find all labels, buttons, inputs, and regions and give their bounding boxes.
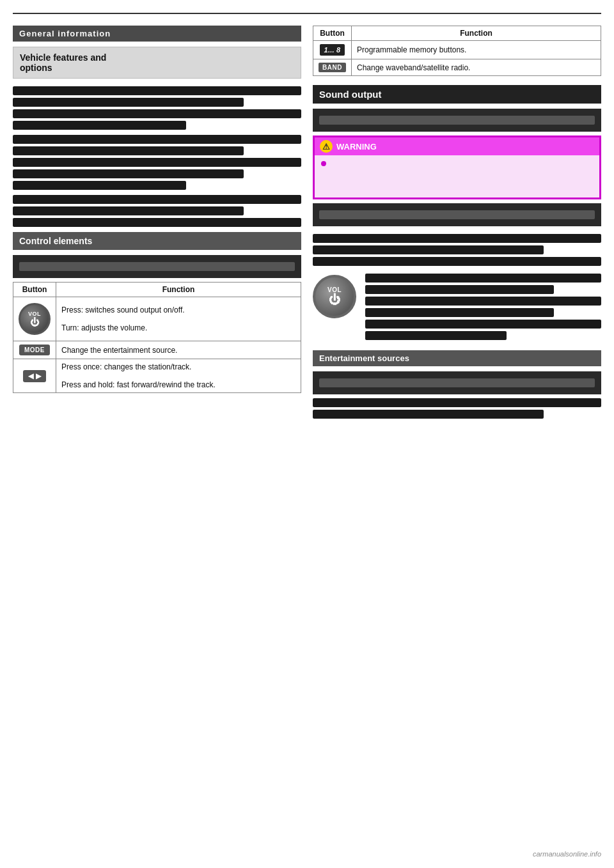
page-container: General information Vehicle features and… (0, 0, 614, 868)
function-cell-skip: Press once: changes the station/track. P… (56, 359, 301, 393)
table-header-button-right: Button (313, 26, 352, 41)
warning-bullet-item (321, 159, 593, 190)
redacted-bar (319, 378, 595, 387)
redacted-bar (13, 146, 244, 155)
function-cell-1-8: Programmable memory buttons. (352, 41, 601, 59)
general-info-header: General information (13, 26, 301, 42)
power-icon: ⏻ (30, 317, 39, 327)
redacted-bar (13, 86, 301, 95)
redacted-bar (365, 331, 507, 340)
table-header-function: Function (56, 283, 301, 297)
left-column: General information Vehicle features and… (13, 26, 301, 399)
func-text-band: Change waveband/satellite radio. (357, 63, 470, 72)
func-text-mode: Change the entertainment source. (61, 346, 177, 355)
vol-large-label: VOL (327, 286, 342, 293)
button-cell-1-8: 1... 8 (313, 41, 352, 59)
button-cell-skip: ◀ ▶ (13, 359, 56, 393)
redacted-bar (319, 210, 595, 219)
func-text-1-8: Programmable memory buttons. (357, 45, 466, 54)
warning-triangle-icon: ⚠ (320, 140, 333, 153)
redacted-bar (13, 135, 301, 144)
control-elements-header: Control elements (13, 232, 301, 250)
redacted-bar (13, 98, 244, 107)
redacted-bar (313, 234, 601, 243)
vol-description (365, 271, 601, 343)
right-button-table: Button Function 1... 8 Programmable memo… (313, 26, 601, 76)
band-button-image: BAND (319, 63, 346, 72)
redacted-bar (365, 320, 601, 329)
warning-header: ⚠ WARNING (315, 137, 599, 155)
button-cell-mode: MODE (13, 341, 56, 359)
func-text-skip-hold: Press and hold: fast forward/rewind the … (61, 380, 295, 389)
mode-button-image: MODE (19, 345, 50, 355)
redacted-bar (313, 398, 601, 407)
redacted-bar (13, 169, 244, 178)
redacted-bar (13, 206, 244, 215)
right-info-block-entertainment (313, 398, 601, 419)
bullet-dot (321, 161, 326, 166)
sound-output-header: Sound output (313, 85, 601, 104)
func-text-vol: Press: switches sound output on/off. (61, 306, 295, 314)
redacted-bar (319, 116, 595, 125)
skip-button-image: ◀ ▶ (23, 370, 45, 382)
function-cell-vol: Press: switches sound output on/off. Tur… (56, 297, 301, 341)
redacted-bar (313, 245, 544, 254)
func-text-vol-turn: Turn: adjusts the volume. (61, 323, 295, 332)
func-text-skip-once: Press once: changes the station/track. (61, 362, 295, 371)
redacted-bar (19, 262, 295, 271)
left-info-block-1 (13, 86, 301, 130)
redacted-bar (313, 410, 544, 419)
table-header-function-right: Function (352, 26, 601, 41)
table-row: ◀ ▶ Press once: changes the station/trac… (13, 359, 301, 393)
redacted-bar (365, 274, 601, 283)
table-row: MODE Change the entertainment source. (13, 341, 301, 359)
redacted-bar (365, 285, 554, 294)
function-cell-band: Change waveband/satellite radio. (352, 59, 601, 76)
redacted-bar (13, 121, 186, 130)
warning-label: WARNING (336, 142, 377, 151)
vol-label: VOL (28, 311, 41, 317)
redacted-bar (13, 218, 301, 227)
table-header-button: Button (13, 283, 56, 297)
redacted-bar (313, 257, 601, 266)
control-elements-table: Button Function VOL ⏻ (13, 282, 301, 393)
top-divider (13, 13, 601, 14)
sound-info-bar-2 (313, 203, 601, 226)
warning-box: ⚠ WARNING (313, 136, 601, 199)
main-layout: General information Vehicle features and… (13, 26, 601, 424)
vehicle-features-box: Vehicle features and options (13, 47, 301, 79)
entertainment-sources-header: Entertainment sources (313, 350, 601, 366)
right-column: Button Function 1... 8 Programmable memo… (313, 26, 601, 424)
vol-button-image: VOL ⏻ (19, 303, 51, 335)
redacted-bar (13, 195, 301, 204)
redacted-bar (13, 109, 301, 118)
redacted-bar (13, 158, 301, 167)
control-info-bar (13, 255, 301, 278)
vol-large-button-image: VOL ⏻ (313, 275, 356, 318)
button-cell-vol: VOL ⏻ (13, 297, 56, 341)
watermark: carmanualsonline.info (533, 850, 601, 858)
table-row: 1... 8 Programmable memory buttons. (313, 41, 601, 59)
vol-large-section: VOL ⏻ (313, 271, 601, 343)
left-info-block-2 (13, 135, 301, 190)
redacted-bar (365, 297, 601, 306)
right-info-block-1 (313, 234, 601, 266)
left-info-block-3 (13, 195, 301, 227)
redacted-bar (13, 181, 186, 190)
redacted-bar (365, 308, 554, 317)
button-cell-band: BAND (313, 59, 352, 76)
entertainment-info-bar (313, 371, 601, 394)
power-large-icon: ⏻ (329, 293, 340, 307)
sound-info-bar (313, 109, 601, 132)
1-8-button-image: 1... 8 (320, 44, 345, 56)
function-cell-mode: Change the entertainment source. (56, 341, 301, 359)
table-row: VOL ⏻ Press: switches sound output on/of… (13, 297, 301, 341)
table-row: BAND Change waveband/satellite radio. (313, 59, 601, 76)
